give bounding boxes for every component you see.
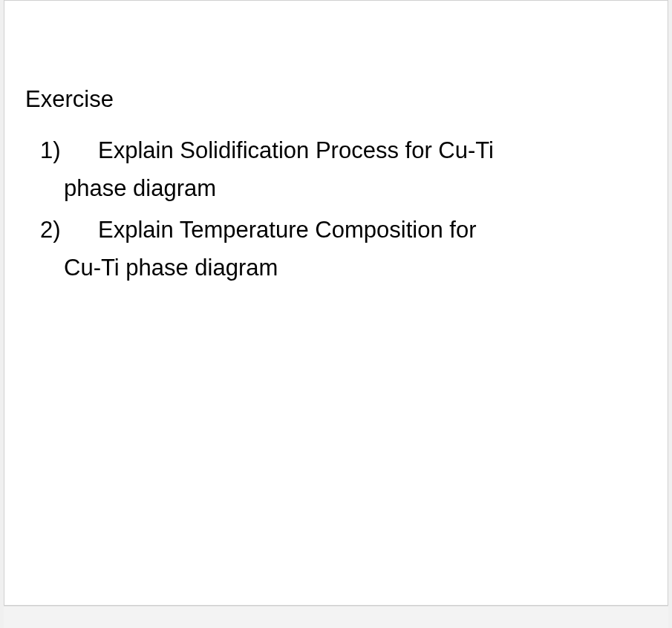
list-continuation: Cu-Ti phase diagram [40,251,647,286]
list-item: 1) Explain Solidification Process for Cu… [40,134,647,169]
text-segment: Explain Solidification Process for Cu- [98,137,475,163]
text-segment: Explain Temperature Composition for [98,217,476,243]
list-number: 2) [40,213,98,248]
exercise-list: 1) Explain Solidification Process for Cu… [25,134,647,285]
list-text: Explain Solidification Process for Cu-Ti [98,134,647,169]
text-segment: phase diagram [120,255,278,281]
spell-error-word[interactable]: Ti [475,137,494,163]
document-page: Exercise 1) Explain Solidification Proce… [4,0,668,606]
list-text: Explain Temperature Composition for [98,213,647,248]
spell-error-word[interactable]: Ti [101,255,120,281]
list-item: 2) Explain Temperature Composition for [40,213,647,248]
list-continuation: phase diagram [40,171,647,206]
text-segment: Cu- [64,255,101,281]
status-bar [4,606,668,628]
list-number: 1) [40,134,98,169]
exercise-heading: Exercise [25,86,647,113]
